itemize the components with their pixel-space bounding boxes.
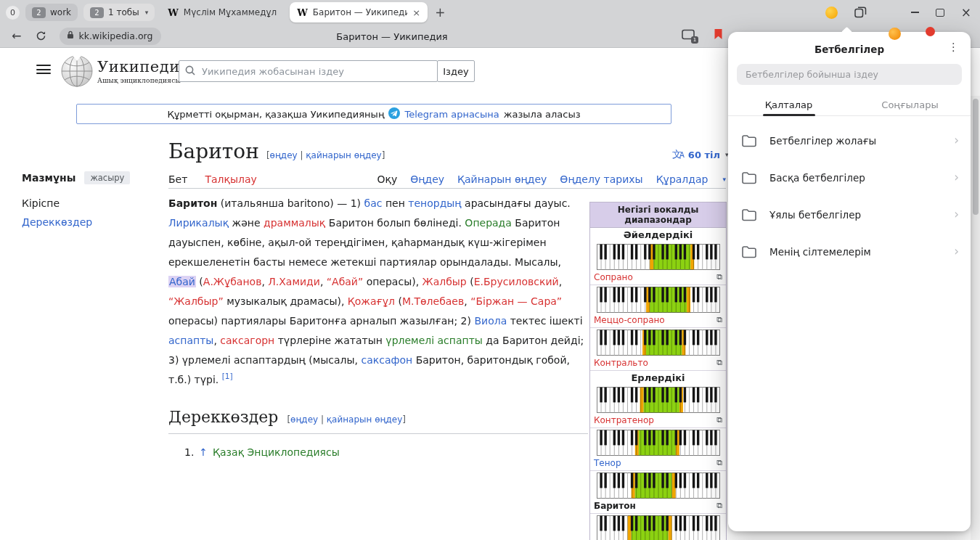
bookmarks-search-input[interactable] [744,68,955,81]
inline-link[interactable]: М.Төлебаев [402,295,464,307]
screenshots-counter-icon[interactable]: 1 [682,29,696,41]
tab-group-work[interactable]: 2 work [25,4,78,21]
inline-link[interactable]: Операда [465,217,512,229]
promo-smiley-icon[interactable] [825,7,838,19]
tab-tools[interactable]: Құралдар [656,173,709,185]
inline-link[interactable]: өңдеу [270,150,298,160]
inline-link[interactable]: өңдеу [290,414,318,425]
inline-link[interactable]: Жалбыр [422,276,467,287]
inline-link[interactable]: “Абай” [327,276,363,287]
back-button[interactable]: ← [12,30,21,42]
vocal-range-link[interactable]: Меццо-сопрано [594,315,665,325]
inline-link[interactable]: қайнарын өңдеу [306,150,381,160]
extension-notification-icon[interactable] [926,27,935,36]
inline-link[interactable]: “Жалбыр” [168,295,224,307]
scrollbar-thumb[interactable] [973,99,979,215]
expand-icon[interactable]: ⧉ [716,458,722,467]
browser-window: 0 2 work 2 1 тобы ▾ W Мүслім Мұхаммедұлы… [0,0,980,540]
inline-link[interactable]: Виола [474,315,507,327]
address-bar[interactable]: kk.wikipedia.org [60,28,161,45]
folder-item-my-links[interactable]: Менің сілтемелерім › [728,233,971,270]
expand-icon[interactable]: ⧉ [716,501,722,510]
inline-link[interactable]: тенордың [408,197,461,209]
tab-talk[interactable]: Талқылау [205,173,256,185]
vocal-range-link[interactable]: Контральто [594,358,648,368]
tab-recent[interactable]: Соңғылары [849,94,971,115]
minimize-button[interactable] [911,12,919,13]
section-heading: Дереккөздер [168,407,278,427]
folder-item-mobile-bookmarks[interactable]: Ұялы бетбелгілер › [728,196,971,233]
vocal-range-link[interactable]: Тенор [594,458,621,468]
language-selector[interactable]: 文А 60 тіл ▾ [672,148,729,161]
reference-link[interactable]: Қазақ Энциклопедиясы [213,443,340,462]
toc-item-intro[interactable]: Кіріспе [22,197,160,209]
side-panel-toggle-icon[interactable] [854,7,867,18]
tab-close-icon[interactable]: × [412,8,420,17]
vocal-range-link[interactable]: Контратенор [594,415,654,425]
inline-link[interactable]: саксафон [362,354,413,366]
wiki-search-input[interactable] [200,65,431,78]
banner-text: Құрметті оқырман, қазақша Уикипедияның [167,109,384,120]
browser-tab-inactive[interactable]: W Мүслім Мұхаммедұлы Ма [160,3,284,22]
expand-icon[interactable]: ⧉ [716,272,722,282]
piano-range-image[interactable] [590,514,726,540]
expand-icon[interactable]: ⧉ [716,415,722,425]
reload-button[interactable] [36,30,46,41]
extension-icon[interactable] [889,28,901,40]
folder-item-other-bookmarks[interactable]: Басқа бетбелгілер › [728,159,971,196]
piano-range-image[interactable] [590,385,726,414]
inline-link[interactable]: үрлемелі аспапты [385,335,483,346]
toc-hide-button[interactable]: жасыру [84,171,130,184]
inline-link[interactable]: бас [364,197,383,209]
tab-edit-source[interactable]: Қайнарын өңдеу [457,173,547,185]
text-run: ] [402,414,406,425]
tab-edit[interactable]: Өңдеу [410,173,444,185]
inline-link[interactable]: аспапты [168,335,213,346]
wikipedia-favicon: W [297,7,308,18]
vocal-range-link[interactable]: Сопрано [594,272,633,282]
folder-item-bookmarks-bar[interactable]: Бетбелгілер жолағы › [728,122,971,159]
inline-link[interactable]: қайнарын өңдеу [327,414,402,425]
inline-link[interactable]: саксагорн [220,335,274,346]
bookmarks-search-box[interactable] [737,64,962,85]
expand-icon[interactable]: ⧉ [716,315,722,324]
piano-range-image[interactable] [590,242,726,271]
maximize-button[interactable] [936,9,944,17]
tab-history[interactable]: Өңделу тарихы [560,173,642,185]
expand-icon[interactable]: ⧉ [716,358,722,367]
bookmark-flag-icon[interactable] [714,28,723,43]
inline-link[interactable]: Л.Хамиди [268,276,320,287]
piano-range-image[interactable] [590,328,726,356]
tab-article[interactable]: Бет [168,173,187,185]
new-tab-button[interactable]: + [435,5,445,20]
tab-group-zero[interactable]: 0 [6,6,20,20]
tab-group-1toby[interactable]: 2 1 тобы ▾ [83,4,155,21]
wiki-search-box[interactable] [179,60,438,82]
toc-item-references[interactable]: Дереккөздер [22,216,160,228]
wiki-main-menu-icon[interactable] [36,65,51,74]
wikipedia-logo[interactable] [61,55,93,90]
wiki-search-button[interactable]: Іздеу [437,60,475,82]
page-scrollbar[interactable] [971,96,980,540]
window-close-button[interactable]: × [961,7,971,19]
inline-link[interactable]: Қожағұл [348,295,395,307]
tab-read[interactable]: Оқу [377,173,397,185]
kebab-menu-icon[interactable]: ⋮ [948,41,959,54]
tab-folders[interactable]: Қалталар [728,94,849,115]
inline-link[interactable]: драммалық [264,217,325,229]
inline-link[interactable]: А.Жұбанов [203,276,262,287]
telegram-channel-link[interactable]: Telegram арнасына [404,109,499,120]
inline-link[interactable]: Е.Брусиловский [474,276,559,287]
piano-range-image[interactable] [590,471,726,499]
browser-tab-active[interactable]: W Баритон — Уикипедия × [290,2,428,22]
inline-link[interactable]: “Біржан — Сара” [470,295,562,307]
piano-range-image[interactable] [590,285,726,314]
inline-link[interactable]: Лирикалық [168,217,229,229]
chevron-down-icon[interactable]: ▾ [145,9,149,16]
reference-backlink[interactable]: ↑ [199,443,208,462]
telegram-icon [388,107,400,121]
inline-link[interactable]: Абай [168,276,196,287]
browser-menu-icon[interactable] [883,9,894,17]
inline-link[interactable]: [1] [222,372,233,380]
piano-range-image[interactable] [590,428,726,457]
